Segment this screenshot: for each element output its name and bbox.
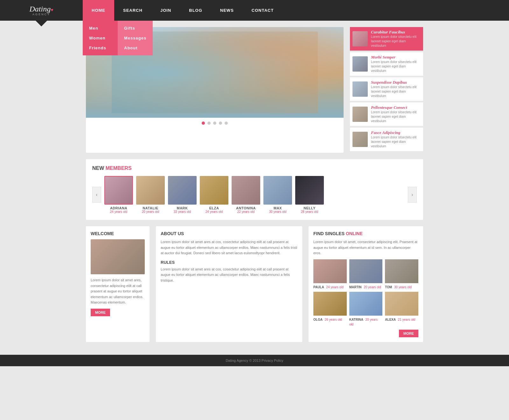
member-elza[interactable]: ELZA 24 years old <box>200 176 228 214</box>
sidebar-profiles: Curabitur Faucibus Lorem ipsum dolor sit… <box>350 27 423 153</box>
dot-1[interactable] <box>202 122 205 125</box>
single-name-tom: TOM <box>385 285 392 289</box>
welcome-box: WELCOME Lorem ipsum dolor sit amet ares,… <box>86 226 150 342</box>
find-singles-desc: Lorem ipsum dolor sit amet, consectetur … <box>313 239 418 256</box>
member-photo-mark <box>168 176 197 205</box>
member-photo-nelly <box>295 176 324 205</box>
dropdown-about[interactable]: About <box>118 43 153 53</box>
single-tom[interactable]: TOM 30 years old <box>385 259 418 289</box>
single-age-tom: 30 years old <box>394 285 411 289</box>
single-name-paula: PAULA <box>313 285 324 289</box>
rules-text: Lorem ipsum dolor sit amet ares at cos, … <box>161 267 297 284</box>
carousel-prev[interactable]: ‹ <box>92 187 101 203</box>
dropdown-men[interactable]: Men <box>83 23 118 33</box>
member-photo-antonina <box>232 176 260 205</box>
footer: Dating Agency © 2013 Privacy Policy <box>0 355 509 366</box>
footer-text: Dating Agency © 2013 Privacy Policy <box>226 359 283 362</box>
member-age-nelly: 28 years old <box>295 210 324 214</box>
profile-info-2: Morbi Semper Lorem ipsum dolor sitsectet… <box>371 55 421 73</box>
profile-item-2[interactable]: Morbi Semper Lorem ipsum dolor sitsectet… <box>350 52 423 76</box>
logo-area: Dating♥ AGENCY <box>0 0 83 21</box>
dot-5[interactable] <box>225 122 228 125</box>
nav-contact[interactable]: CONTACT <box>243 0 283 21</box>
member-age-elza: 24 years old <box>200 210 228 214</box>
rules-title: RULES <box>161 260 297 265</box>
dropdown-col2: Gifts Messages About <box>118 21 153 55</box>
profile-item-5[interactable]: Fusce Adipiscing Lorem ipsum dolor sitse… <box>350 128 423 151</box>
profile-thumb-3 <box>352 81 368 97</box>
single-paula[interactable]: PAULA 24 years old <box>313 259 347 289</box>
member-mark[interactable]: MARK 33 years old <box>168 176 197 214</box>
nav-join[interactable]: JOIN <box>151 0 180 21</box>
single-age-olga: 26 years old <box>325 318 342 321</box>
dropdown-women[interactable]: Women <box>83 33 118 43</box>
single-age-paula: 24 years old <box>326 285 343 289</box>
dot-3[interactable] <box>213 122 216 125</box>
profile-item-1[interactable]: Curabitur Faucibus Lorem ipsum dolor sit… <box>350 27 423 51</box>
single-age-martin: 20 years old <box>364 285 381 289</box>
profile-info-5: Fusce Adipiscing Lorem ipsum dolor sitse… <box>371 130 421 149</box>
member-photo-elza <box>200 176 228 205</box>
profile-name-1: Curabitur Faucibus <box>371 30 421 35</box>
navigation: HOME Men Women Friends Gifts Messages Ab… <box>83 0 509 21</box>
profile-name-4: Pellentesque Consect <box>371 105 421 110</box>
dot-2[interactable] <box>207 122 211 125</box>
nav-home[interactable]: HOME Men Women Friends Gifts Messages Ab… <box>83 0 114 21</box>
member-max[interactable]: MAX 30 years old <box>263 176 292 214</box>
member-age-mark: 33 years old <box>168 210 197 214</box>
single-olga[interactable]: OLGA 26 years old <box>313 292 347 326</box>
single-age-alexa: 21 years old <box>398 318 415 321</box>
single-photo-tom <box>385 259 418 283</box>
member-age-max: 30 years old <box>263 210 292 214</box>
member-name-adriana: ADRIANA <box>104 206 133 210</box>
member-name-antonina: ANTONINA <box>232 206 260 210</box>
find-more-button[interactable]: MORE <box>399 330 418 337</box>
nav-search[interactable]: SEARCH <box>114 0 151 21</box>
member-age-antonina: 22 years old <box>232 210 260 214</box>
profile-thumb-5 <box>352 132 368 147</box>
profile-name-5: Fusce Adipiscing <box>371 130 421 135</box>
welcome-more-button[interactable]: MORE <box>91 309 110 316</box>
member-name-nelly: NELLY <box>295 206 324 210</box>
member-antonina[interactable]: ANTONINA 22 years old <box>232 176 260 214</box>
bottom-section: WELCOME Lorem ipsum dolor sit amet ares,… <box>86 226 423 342</box>
profile-item-4[interactable]: Pellentesque Consect Lorem ipsum dolor s… <box>350 102 423 126</box>
members-list: ADRIANA 24 years old NATALIE 20 years ol… <box>104 176 405 214</box>
single-name-alexa: ALEXA <box>385 318 396 321</box>
new-members-title: NEW MEMBERS <box>92 165 417 171</box>
new-members-section: NEW MEMBERS ‹ ADRIANA 24 years old NATAL… <box>86 159 423 220</box>
nav-news[interactable]: NEWS <box>211 0 243 21</box>
profile-thumb-4 <box>352 107 368 122</box>
nav-blog[interactable]: BLOG <box>180 0 211 21</box>
dot-4[interactable] <box>219 122 222 125</box>
members-carousel: ‹ ADRIANA 24 years old NATALIE 20 years … <box>92 176 417 214</box>
profile-desc-1: Lorem ipsum dolor sitsectetu elit laoree… <box>371 35 421 48</box>
member-photo-adriana <box>104 176 133 205</box>
profile-thumb-2 <box>352 56 368 72</box>
logo[interactable]: Dating♥ AGENCY <box>30 5 53 16</box>
single-katrina[interactable]: KATRINA 20 years old <box>349 292 383 326</box>
dropdown-friends[interactable]: Friends <box>83 43 118 53</box>
carousel-next[interactable]: › <box>408 187 417 203</box>
profile-info-3: Suspendisse Dapibus Lorem ipsum dolor si… <box>371 80 421 98</box>
single-name-olga: OLGA <box>313 318 323 321</box>
profile-info-4: Pellentesque Consect Lorem ipsum dolor s… <box>371 105 421 123</box>
dropdown-gifts[interactable]: Gifts <box>118 23 153 33</box>
member-adriana[interactable]: ADRIANA 24 years old <box>104 176 133 214</box>
single-alexa[interactable]: ALEXA 21 years old <box>385 292 418 326</box>
find-singles-title: FIND SINGLES ONLINE <box>313 231 418 236</box>
member-age-natalie: 20 years old <box>136 210 165 214</box>
single-photo-olga <box>313 292 347 316</box>
single-photo-paula <box>313 259 347 283</box>
profile-desc-3: Lorem ipsum dolor sitsectetu elit laoree… <box>371 85 421 98</box>
member-nelly[interactable]: NELLY 28 years old <box>295 176 324 214</box>
member-name-elza: ELZA <box>200 206 228 210</box>
dropdown-col1: Men Women Friends <box>83 21 118 55</box>
dropdown-messages[interactable]: Messages <box>118 33 153 43</box>
profile-desc-2: Lorem ipsum dolor sitsectetu elit laoree… <box>371 60 421 73</box>
single-photo-martin <box>349 259 383 283</box>
welcome-text: Lorem ipsum dolor sit amet ares, consect… <box>91 277 145 305</box>
single-martin[interactable]: MARTIN 20 years old <box>349 259 383 289</box>
member-natalie[interactable]: NATALIE 20 years old <box>136 176 165 214</box>
profile-item-3[interactable]: Suspendisse Dapibus Lorem ipsum dolor si… <box>350 77 423 101</box>
